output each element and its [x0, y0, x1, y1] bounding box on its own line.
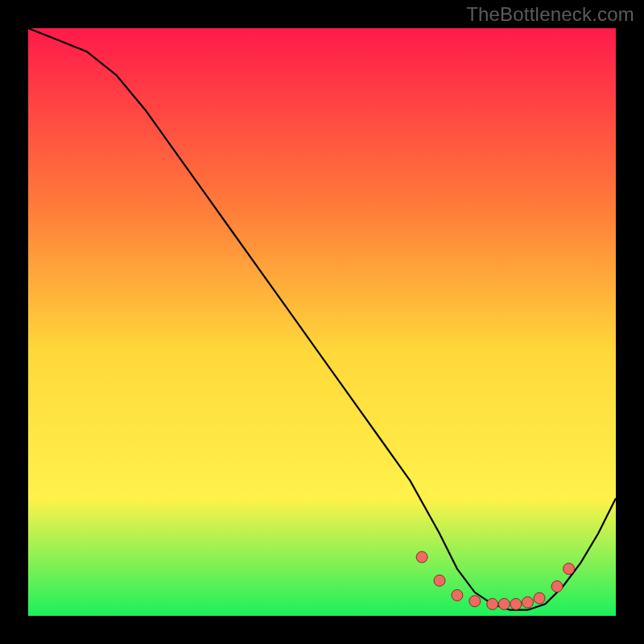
curve-marker	[469, 596, 481, 607]
curve-marker	[498, 598, 510, 609]
gradient-background	[28, 28, 616, 616]
plot-area	[28, 28, 616, 616]
curve-marker	[522, 597, 534, 608]
curve-marker	[452, 589, 463, 601]
curve-marker	[487, 598, 498, 609]
curve-marker	[510, 598, 522, 609]
curve-marker	[416, 551, 427, 563]
chart-svg	[28, 28, 616, 616]
curve-marker	[551, 581, 563, 592]
chart-frame: TheBottleneck.com	[0, 0, 644, 644]
curve-marker	[564, 564, 575, 575]
curve-marker	[534, 592, 545, 604]
curve-marker	[434, 575, 445, 586]
watermark-text: TheBottleneck.com	[466, 3, 634, 26]
